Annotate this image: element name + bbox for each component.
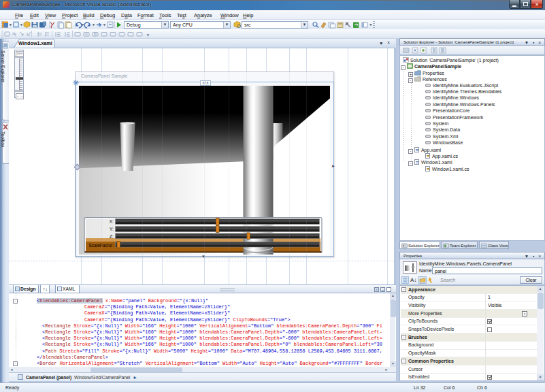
- svg-text:▼: ▼: [146, 33, 150, 37]
- svg-text:A↓: A↓: [410, 277, 416, 283]
